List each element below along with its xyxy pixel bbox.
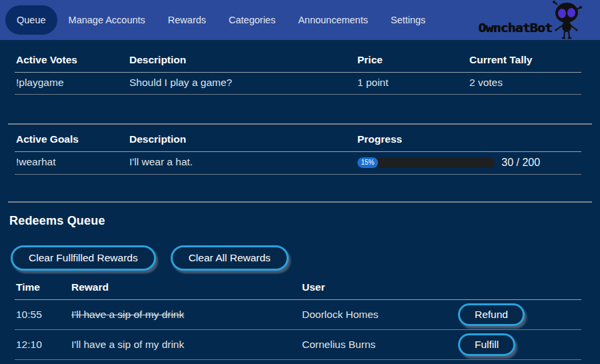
vote-command: !playgame	[15, 73, 128, 95]
goal-progress-fill: 15%	[357, 157, 378, 168]
col-header-action	[457, 278, 581, 300]
redeems-header-row: Time Reward User	[15, 278, 581, 300]
redeem-time: 10:55	[15, 299, 70, 329]
redeem-action-cell: Fulfill	[457, 329, 581, 359]
vote-description: Should I play a game?	[128, 73, 356, 95]
goal-progress-cell: 15% 30 / 200	[356, 152, 581, 175]
queue-page: Active Votes Description Price Current T…	[0, 40, 600, 360]
nav-tab-categories[interactable]: Categories	[217, 5, 287, 35]
redeems-actions: Clear Fullfilled Rewards Clear All Rewar…	[11, 245, 592, 271]
nav-tab-manage-accounts[interactable]: Manage Accounts	[57, 5, 157, 35]
col-header-reward: Reward	[70, 278, 301, 300]
fulfill-button[interactable]: Fulfill	[458, 333, 515, 356]
redeem-time: 12:10	[15, 329, 70, 359]
redeem-row: 12:10 I'll have a sip of my drink Cornel…	[15, 329, 581, 359]
redeems-queue-table: Time Reward User 10:55 I'll have a sip o…	[15, 278, 581, 360]
redeem-reward: I'll have a sip of my drink	[70, 329, 301, 359]
col-header-active-votes: Active Votes	[15, 50, 128, 73]
redeem-row: 10:55 I'll have a sip of my drink Doorlo…	[15, 299, 581, 329]
active-goals-header-row: Active Goals Description Progress	[15, 129, 581, 152]
col-header-active-goals: Active Goals	[15, 129, 128, 152]
brand-logo-text: OwnchatBot	[479, 21, 552, 35]
goal-command: !wearhat	[15, 152, 128, 175]
col-header-user: User	[301, 278, 457, 300]
active-votes-table: Active Votes Description Price Current T…	[15, 50, 581, 95]
section-divider	[8, 123, 592, 125]
goal-progress-percent-label: 15%	[361, 159, 374, 166]
col-header-current-tally: Current Tally	[468, 50, 581, 73]
active-goals-table: Active Goals Description Progress !wearh…	[15, 129, 581, 175]
brand-logo: OwnchatBot	[479, 0, 596, 40]
vote-tally: 2 votes	[468, 73, 581, 95]
col-header-time: Time	[15, 278, 70, 300]
redeem-user: Doorlock Homes	[301, 299, 457, 329]
goal-progress-bar: 15%	[357, 157, 495, 168]
col-header-description: Description	[128, 129, 356, 152]
nav-tab-rewards[interactable]: Rewards	[157, 5, 217, 35]
active-vote-row: !playgame Should I play a game? 1 point …	[15, 73, 581, 95]
goal-description: I'll wear a hat.	[128, 152, 356, 175]
col-header-price: Price	[356, 50, 468, 73]
col-header-description: Description	[128, 50, 356, 73]
refund-button[interactable]: Refund	[458, 303, 525, 326]
redeem-user: Cornelius Burns	[301, 329, 457, 359]
top-navbar: Queue Manage Accounts Rewards Categories…	[0, 0, 600, 40]
nav-tab-queue[interactable]: Queue	[5, 5, 57, 35]
goal-progress-count: 30 / 200	[501, 157, 540, 169]
robot-mascot-icon	[548, 0, 584, 40]
nav-tab-settings[interactable]: Settings	[379, 5, 437, 35]
redeem-action-cell: Refund	[457, 299, 581, 329]
clear-all-rewards-button[interactable]: Clear All Rewards	[171, 245, 289, 271]
nav-tab-announcements[interactable]: Announcements	[287, 5, 379, 35]
redeems-queue-title: Redeems Queue	[9, 214, 592, 228]
section-divider	[8, 201, 592, 203]
active-goal-row: !wearhat I'll wear a hat. 15% 30 / 200	[15, 152, 581, 175]
clear-fulfilled-rewards-button[interactable]: Clear Fullfilled Rewards	[11, 245, 156, 271]
col-header-progress: Progress	[356, 129, 581, 152]
active-votes-header-row: Active Votes Description Price Current T…	[15, 50, 581, 73]
vote-price: 1 point	[356, 73, 468, 95]
redeem-reward: I'll have a sip of my drink	[70, 299, 301, 329]
nav-tabs: Queue Manage Accounts Rewards Categories…	[5, 5, 437, 35]
